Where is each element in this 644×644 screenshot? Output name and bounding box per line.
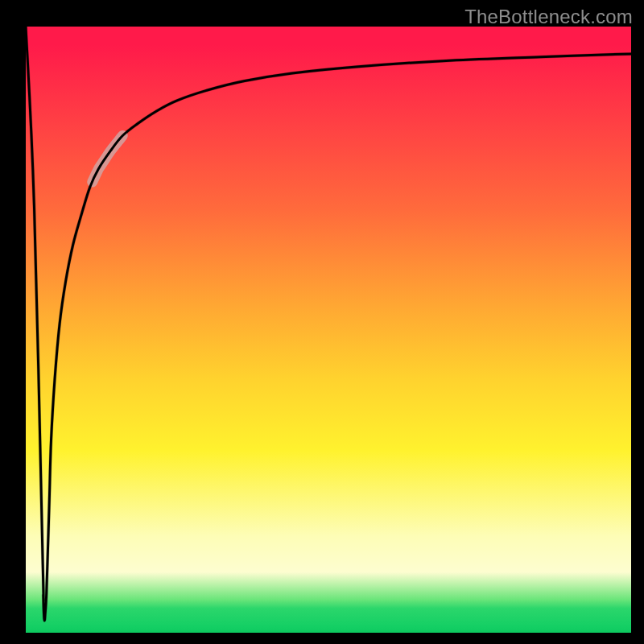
watermark-attribution: TheBottleneck.com bbox=[464, 6, 633, 28]
curve-svg bbox=[26, 27, 631, 633]
bottleneck-curve bbox=[26, 27, 631, 621]
bottleneck-curve-shadow bbox=[26, 27, 631, 621]
chart-frame: TheBottleneck.com bbox=[0, 0, 644, 644]
